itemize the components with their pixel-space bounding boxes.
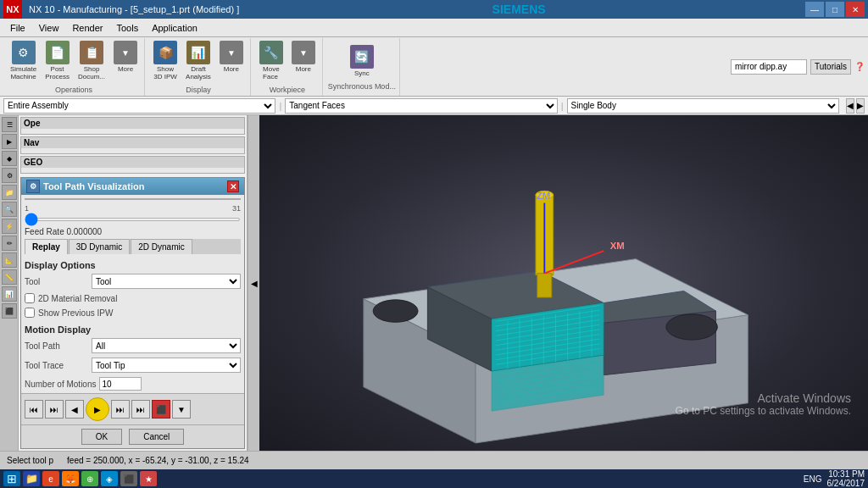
dialog-title-bar: ⚙ Tool Path Visualization ✕ — [21, 178, 244, 195]
show-ipw-label: Show Previous IPW — [38, 308, 113, 318]
simulate-icon: ⚙ — [12, 41, 36, 64]
tool-trace-row: Tool Trace Tool TipTool CenterNone — [25, 358, 241, 373]
taskbar-firefox[interactable]: 🦊 — [62, 471, 79, 486]
path-slider[interactable] — [25, 218, 241, 221]
expand-arrow[interactable]: ◀ — [248, 115, 259, 451]
num-motions-input[interactable] — [99, 377, 142, 391]
show-3d-ipw-btn[interactable]: 📦 Show3D IPW — [150, 39, 181, 82]
nav-icon-menu[interactable]: ☰ — [2, 117, 17, 132]
menu-application[interactable]: Application — [145, 21, 204, 35]
app-titlebar: NX NX 10 - Manufacturing - [5_setup_1.pr… — [0, 0, 868, 19]
cancel-button[interactable]: Cancel — [129, 429, 184, 445]
taskbar-app2[interactable]: ⬛ — [120, 471, 137, 486]
show-3d-ipw-icon: 📦 — [153, 41, 177, 64]
material-removal-row: 2D Material Removal — [25, 293, 241, 303]
path-item-0[interactable]: GOTO/-3.996,-74.625,30.000 — [25, 199, 240, 200]
restore-button[interactable]: □ — [826, 2, 844, 17]
start-btn[interactable]: ⊞ — [3, 471, 20, 486]
draft-analysis-btn[interactable]: 📊 DraftAnalysis — [182, 39, 214, 82]
more-display-btn[interactable]: ▼ More — [216, 39, 247, 82]
slider-labels: 1 31 — [25, 204, 241, 213]
move-face-btn[interactable]: 🔧 MoveFace — [256, 39, 287, 82]
dialog-panel: Ope Nav GEO ⚙ Tool Path Visualization ✕ … — [19, 115, 248, 451]
status-bar: Select tool p feed = 250.000, x = -65.24… — [0, 451, 868, 469]
step-forward-btn[interactable]: ⏭ — [111, 400, 130, 419]
body-select[interactable]: Single Body — [567, 98, 839, 114]
play-forward-btn[interactable]: ▶ — [86, 397, 109, 421]
nav-icon-7[interactable]: ✏ — [2, 236, 17, 251]
show-ipw-row: Show Previous IPW — [25, 308, 241, 318]
menu-tools[interactable]: Tools — [109, 21, 145, 35]
taskbar-lang: ENG — [804, 474, 822, 484]
dialog-close-btn[interactable]: ✕ — [227, 180, 239, 192]
taskbar-chrome[interactable]: ⊕ — [81, 471, 98, 486]
tool-label: Tool — [25, 277, 88, 286]
select-tool-status: Select tool p — [7, 456, 53, 465]
nav-panel: Nav — [20, 136, 245, 154]
path-list[interactable]: GOTO/-3.996,-74.625,30.000 GOTO/-3.996,-… — [25, 198, 241, 200]
nav-icon-10[interactable]: 📊 — [2, 286, 17, 302]
main-area: ☰ ▶ ◆ ⚙ 📁 🔍 ⚡ ✏ 📐 📏 📊 ⬛ Ope Nav GEO — [0, 115, 868, 451]
nav-icon-6[interactable]: ⚡ — [2, 219, 17, 234]
tool-row: Tool ToolHolderBoth — [25, 274, 241, 289]
shop-doc-icon: 📋 — [80, 41, 103, 64]
mirror-search-input[interactable] — [731, 59, 807, 75]
play-back-btn[interactable]: ◀ — [65, 400, 84, 419]
taskbar-app1[interactable]: ◈ — [101, 471, 118, 486]
more-workpiece-btn[interactable]: ▼ More — [288, 39, 319, 82]
simulate-machine-btn[interactable]: ⚙ SimulateMachine — [7, 39, 40, 82]
taskbar-app3[interactable]: ★ — [140, 471, 157, 486]
nav-icon-3[interactable]: ⚙ — [2, 168, 17, 183]
tab-bar: Replay 3D Dynamic 2D Dynamic — [25, 239, 241, 254]
tool-select[interactable]: ToolHolderBoth — [92, 274, 241, 289]
taskbar: ⊞ 📁 e 🦊 ⊕ ◈ ⬛ ★ ENG 10:31 PM 6/24/2017 — [0, 469, 868, 488]
more-operations-icon: ▼ — [114, 41, 137, 64]
nav-icon-8[interactable]: 📐 — [2, 252, 17, 268]
menu-view[interactable]: View — [32, 21, 66, 35]
minimize-button[interactable]: — — [805, 2, 824, 17]
nav-icon-1[interactable]: ▶ — [2, 134, 17, 149]
svg-text:XM: XM — [610, 241, 625, 251]
forward-btn[interactable]: ▶ — [856, 98, 865, 114]
shop-documentation-btn[interactable]: 📋 ShopDocum... — [75, 39, 108, 82]
menu-render[interactable]: Render — [65, 21, 109, 35]
show-ipw-checkbox[interactable] — [25, 308, 35, 318]
more-workpiece-icon: ▼ — [292, 41, 315, 64]
skip-to-start-btn[interactable]: ⏮ — [25, 400, 43, 419]
sync-btn[interactable]: 🔄 Sync — [347, 43, 377, 79]
more-operations-btn[interactable]: ▼ More — [110, 39, 141, 82]
material-removal-checkbox[interactable] — [25, 293, 35, 303]
tab-3d-dynamic[interactable]: 3D Dynamic — [69, 239, 130, 254]
close-button[interactable]: ✕ — [846, 2, 865, 17]
tutorials-btn[interactable]: Tutorials — [810, 59, 851, 75]
taskbar-right: ENG 10:31 PM 6/24/2017 — [804, 469, 865, 488]
tab-replay[interactable]: Replay — [25, 239, 68, 254]
tab-2d-dynamic[interactable]: 2D Dynamic — [131, 239, 192, 254]
tool-trace-select[interactable]: Tool TipTool CenterNone — [92, 358, 241, 373]
ok-button[interactable]: OK — [81, 429, 122, 445]
post-process-btn[interactable]: 📄 PostProcess — [42, 39, 73, 82]
step-back-btn[interactable]: ⏭ — [45, 400, 64, 419]
nav-icon-9[interactable]: 📏 — [2, 269, 17, 285]
svg-text:ZM: ZM — [537, 191, 550, 201]
taskbar-explorer[interactable]: 📁 — [23, 471, 40, 486]
dropdown-btn[interactable]: ▼ — [172, 400, 191, 419]
tool-path-select[interactable]: AllRapidFeed — [92, 338, 241, 353]
skip-to-end-btn[interactable]: ⏭ — [131, 400, 150, 419]
stop-btn[interactable]: ⬛ — [152, 400, 170, 419]
menu-file[interactable]: File — [3, 21, 32, 35]
nav-arrows: ◀ ▶ — [846, 98, 865, 114]
slider-max: 31 — [232, 204, 241, 213]
taskbar-ie[interactable]: e — [42, 471, 59, 486]
nav-icon-4[interactable]: 📁 — [2, 185, 17, 200]
nav-icon-2[interactable]: ◆ — [2, 151, 17, 166]
help-icon[interactable]: ❓ — [854, 62, 865, 71]
tangent-select[interactable]: Tangent Faces — [285, 98, 557, 114]
back-btn[interactable]: ◀ — [846, 98, 854, 114]
sync-btns: 🔄 Sync — [347, 43, 377, 79]
assembly-select[interactable]: Entire Assembly — [3, 98, 275, 114]
time-display: 10:31 PM — [828, 469, 865, 479]
nav-icon-5[interactable]: 🔍 — [2, 202, 17, 217]
nav-icon-11[interactable]: ⬛ — [2, 303, 17, 319]
toolbar-group-workpiece: 🔧 MoveFace ▼ More Workpiece — [253, 38, 323, 96]
